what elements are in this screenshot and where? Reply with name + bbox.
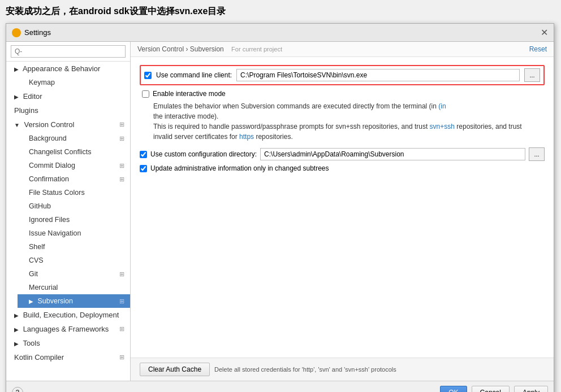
info-link-https: https xyxy=(239,133,254,141)
cmd-client-browse-button[interactable]: ... xyxy=(524,68,540,82)
cancel-button[interactable]: Cancel xyxy=(472,386,510,392)
sidebar-item-appearance[interactable]: ▶ Appearance & Behavior xyxy=(6,62,130,76)
sidebar-item-background[interactable]: Background ⊞ xyxy=(18,132,130,145)
sidebar-item-languages[interactable]: ▶ Languages & Frameworks ⊞ xyxy=(6,322,130,336)
chevron-down-icon-vc: ▼ xyxy=(14,122,20,128)
update-admin-row: Update administrative information only i… xyxy=(140,164,545,172)
interactive-mode-row: Enable interactive mode xyxy=(142,90,545,98)
enable-interactive-checkbox[interactable] xyxy=(142,90,149,98)
vc-icon: ⊞ xyxy=(119,121,124,128)
sidebar-item-mercurial[interactable]: Mercurial xyxy=(18,281,130,294)
info-link-svnssh: svn+ssh xyxy=(430,123,455,130)
sidebar-item-cvs[interactable]: CVS xyxy=(18,254,130,267)
info-link-terminal: (in xyxy=(438,102,446,110)
sidebar-item-keymap[interactable]: Keymap xyxy=(18,76,130,89)
title-bar-left: Settings xyxy=(12,28,51,37)
sidebar-item-shelf[interactable]: Shelf xyxy=(18,240,130,254)
sidebar-item-tools[interactable]: ▶ Tools xyxy=(6,336,130,350)
sidebar-item-build[interactable]: ▶ Build, Execution, Deployment xyxy=(6,308,130,322)
search-box xyxy=(6,42,130,62)
update-admin-checkbox[interactable] xyxy=(140,165,147,172)
dialog-body: ▶ Appearance & Behavior Keymap ▶ Editor … xyxy=(6,42,554,381)
content-area: Use command line client: ... Enable inte… xyxy=(131,57,554,358)
clear-cache-button[interactable]: Clear Auth Cache xyxy=(140,363,210,376)
settings-dialog: Settings ✕ ▶ Appearance & Behavior Keyma… xyxy=(6,23,554,392)
background-icon: ⊞ xyxy=(119,135,124,142)
clear-cache-info: Delete all stored credentials for 'http'… xyxy=(214,366,545,373)
reset-link[interactable]: Reset xyxy=(529,45,547,53)
chevron-right-icon-svn: ▶ xyxy=(29,298,33,304)
sidebar-item-commit-dialog[interactable]: Commit Dialog ⊞ xyxy=(18,159,130,172)
chevron-right-icon-tools: ▶ xyxy=(14,341,19,347)
sidebar: ▶ Appearance & Behavior Keymap ▶ Editor … xyxy=(6,42,131,381)
chevron-right-icon-build: ▶ xyxy=(14,312,19,319)
bottom-bar: ? OK Cancel Apply xyxy=(6,381,554,392)
use-custom-dir-label: Use custom configuration directory: xyxy=(150,150,257,158)
page-title: 安装成功之后，在android sdk设置中选择svn.exe目录 xyxy=(6,6,555,18)
close-button[interactable]: ✕ xyxy=(541,28,548,37)
breadcrumb-suffix: For current project xyxy=(231,46,282,53)
sidebar-item-git[interactable]: Git ⊞ xyxy=(18,267,130,281)
cmd-client-input[interactable] xyxy=(236,69,520,81)
sidebar-item-issue-nav[interactable]: Issue Navigation xyxy=(18,227,130,240)
apply-button[interactable]: Apply xyxy=(514,386,548,392)
use-cmd-client-label: Use command line client: xyxy=(156,71,232,79)
custom-dir-row: Use custom configuration directory: ... xyxy=(140,147,545,161)
lang-icon: ⊞ xyxy=(119,325,124,333)
custom-dir-input[interactable] xyxy=(260,148,525,160)
enable-interactive-label: Enable interactive mode xyxy=(153,90,226,98)
sidebar-item-github[interactable]: GitHub xyxy=(18,199,130,213)
sidebar-item-confirmation[interactable]: Confirmation ⊞ xyxy=(18,172,130,186)
settings-icon xyxy=(12,28,21,37)
commit-icon: ⊞ xyxy=(119,162,124,169)
chevron-down-icon: ▶ xyxy=(14,66,19,72)
svn-icon: ⊞ xyxy=(119,298,124,305)
update-admin-label: Update administrative information only i… xyxy=(150,164,329,172)
title-bar: Settings ✕ xyxy=(6,24,554,42)
sidebar-item-changelist[interactable]: Changelist Conflicts xyxy=(18,145,130,159)
sidebar-item-plugins[interactable]: Plugins xyxy=(6,103,130,117)
confirmation-icon: ⊞ xyxy=(119,176,124,183)
sidebar-item-ignored-files[interactable]: Ignored Files xyxy=(18,213,130,227)
info-text: Emulates the behavior when Subversion co… xyxy=(153,101,545,142)
use-custom-dir-checkbox[interactable] xyxy=(140,151,147,158)
custom-dir-browse-button[interactable]: ... xyxy=(529,147,545,161)
bottom-buttons: OK Cancel Apply xyxy=(440,386,548,392)
breadcrumb: Version Control › Subversion For current… xyxy=(137,45,282,53)
use-cmd-client-checkbox[interactable] xyxy=(144,72,152,79)
sidebar-item-file-status[interactable]: File Status Colors xyxy=(18,186,130,199)
main-content: Version Control › Subversion For current… xyxy=(131,42,554,381)
sidebar-item-version-control[interactable]: ▼ Version Control ⊞ xyxy=(6,117,130,132)
ok-button[interactable]: OK xyxy=(440,386,467,392)
sidebar-item-subversion[interactable]: ▶ Subversion ⊞ xyxy=(18,294,130,308)
dialog-footer: Clear Auth Cache Delete all stored crede… xyxy=(131,358,554,381)
sidebar-item-kotlin[interactable]: Kotlin Compiler ⊞ xyxy=(6,350,130,364)
kotlin-icon: ⊞ xyxy=(119,354,124,361)
sidebar-item-editor[interactable]: ▶ Editor xyxy=(6,89,130,103)
chevron-right-icon: ▶ xyxy=(14,94,19,100)
help-button[interactable]: ? xyxy=(12,387,23,392)
breadcrumb-bar: Version Control › Subversion For current… xyxy=(131,42,554,57)
chevron-right-icon-lang: ▶ xyxy=(14,326,19,333)
search-input[interactable] xyxy=(11,45,126,58)
dialog-title: Settings xyxy=(24,28,51,37)
cmd-client-row: Use command line client: ... xyxy=(140,65,545,85)
git-icon: ⊞ xyxy=(119,271,124,278)
